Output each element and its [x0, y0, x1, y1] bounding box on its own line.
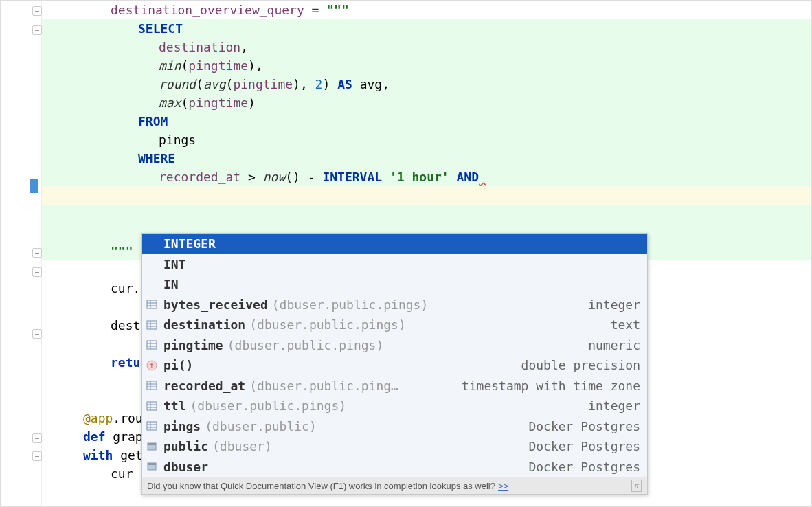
completion-item[interactable]: ttl(dbuser.public.pings)integer: [142, 396, 647, 416]
completion-item[interactable]: pingtime(dbuser.public.pings)numeric: [142, 335, 647, 356]
fold-marker[interactable]: [32, 433, 42, 443]
completion-hint: (dbuser.public.pings): [190, 398, 347, 413]
completion-label: dbuser: [163, 460, 208, 474]
completion-hint: (dbuser.public.pings): [249, 317, 406, 332]
svg-rect-27: [148, 443, 156, 445]
blank-icon: [144, 277, 159, 292]
completion-label: pings: [163, 419, 201, 433]
table-icon: [144, 398, 159, 414]
completion-label: ttl: [163, 398, 186, 413]
svg-rect-14: [147, 381, 157, 390]
table-icon: [144, 297, 159, 312]
fold-marker[interactable]: [32, 25, 42, 35]
svg-rect-0: [147, 300, 157, 308]
completion-type: Docker Postgres: [528, 419, 640, 433]
completion-label: INTEGER: [163, 236, 216, 251]
fold-marker[interactable]: [32, 329, 42, 339]
completion-item[interactable]: dbuserDocker Postgres: [142, 457, 647, 477]
function-icon: f: [144, 358, 159, 373]
table-icon: [144, 378, 159, 393]
code-line[interactable]: WHERE: [42, 149, 811, 168]
completion-popup[interactable]: INTEGERINTINbytes_received(dbuser.public…: [141, 233, 648, 495]
code-line[interactable]: recorded_at > now() - INTERVAL '1 hour' …: [42, 168, 811, 186]
svg-rect-18: [147, 402, 157, 410]
completion-label: pi(): [163, 358, 193, 372]
completion-label: recorded_at: [163, 379, 245, 393]
completion-label: public: [163, 439, 208, 453]
completion-type: double precision: [521, 358, 640, 372]
blank-icon: [144, 236, 159, 251]
svg-text:f: f: [150, 362, 154, 370]
svg-rect-4: [147, 321, 157, 329]
completion-hint: (dbuser.public.pings): [272, 297, 429, 312]
completion-type: numeric: [588, 338, 640, 352]
code-line[interactable]: destination,: [42, 38, 811, 56]
completion-type: Docker Postgres: [528, 439, 640, 453]
code-line[interactable]: round(avg(pingtime), 2) AS avg,: [42, 75, 811, 93]
completion-hint: (dbuser): [212, 439, 272, 453]
svg-rect-29: [148, 463, 156, 465]
completion-type: integer: [588, 297, 640, 312]
editor-gutter: [1, 1, 42, 506]
completion-item[interactable]: INT: [142, 254, 647, 275]
completion-item[interactable]: fpi()double precision: [142, 355, 647, 376]
code-line[interactable]: destination_overview_query = """: [42, 1, 811, 19]
table-icon: [144, 317, 159, 333]
pi-icon[interactable]: π: [631, 480, 642, 492]
code-line[interactable]: pings: [42, 131, 811, 149]
table-icon: [144, 337, 159, 352]
code-line[interactable]: max(pingtime): [42, 93, 811, 112]
completion-item[interactable]: bytes_received(dbuser.public.pings)integ…: [142, 295, 647, 315]
completion-type: integer: [588, 398, 640, 413]
footer-more-link[interactable]: >>: [498, 481, 508, 491]
table-icon: [144, 418, 159, 433]
completion-item[interactable]: public(dbuser)Docker Postgres: [142, 436, 647, 457]
completion-label: destination: [163, 317, 245, 332]
completion-item[interactable]: recorded_at(dbuser.public.ping…timestamp…: [142, 376, 647, 396]
code-line[interactable]: FROM: [42, 112, 811, 131]
completion-label: INT: [163, 257, 186, 271]
completion-label: bytes_received: [163, 297, 268, 312]
fold-marker[interactable]: [32, 6, 42, 16]
code-line-cursor[interactable]: [42, 186, 811, 205]
completion-item[interactable]: INTEGER: [142, 234, 647, 254]
code-line[interactable]: SELECT: [42, 19, 811, 38]
fold-marker[interactable]: [32, 267, 42, 277]
completion-type: text: [611, 317, 640, 332]
completion-type: Docker Postgres: [528, 460, 640, 474]
completion-item[interactable]: IN: [142, 274, 647, 295]
fold-marker[interactable]: [32, 248, 42, 258]
completion-type: timestamp with time zone: [462, 379, 640, 393]
completion-item[interactable]: destination(dbuser.public.pings)text: [142, 315, 647, 335]
schema-icon: [144, 459, 159, 474]
code-line[interactable]: [42, 205, 811, 223]
completion-hint: (dbuser.public.pings): [227, 338, 384, 352]
svg-rect-8: [147, 341, 157, 349]
schema-icon: [144, 439, 159, 454]
fold-marker[interactable]: [32, 451, 42, 461]
svg-rect-22: [147, 422, 157, 430]
completion-label: IN: [163, 277, 179, 291]
completion-label: pingtime: [163, 338, 223, 352]
completion-hint: (dbuser.public.ping…: [249, 379, 398, 393]
completion-hint: (dbuser.public): [205, 419, 317, 433]
code-line[interactable]: min(pingtime),: [42, 56, 811, 75]
completion-item[interactable]: pings(dbuser.public)Docker Postgres: [142, 416, 647, 437]
footer-hint-text: Did you know that Quick Documentation Vi…: [147, 481, 495, 491]
completion-footer: Did you know that Quick Documentation Vi…: [142, 477, 647, 494]
change-marker: [30, 179, 38, 193]
blank-icon: [144, 256, 159, 271]
